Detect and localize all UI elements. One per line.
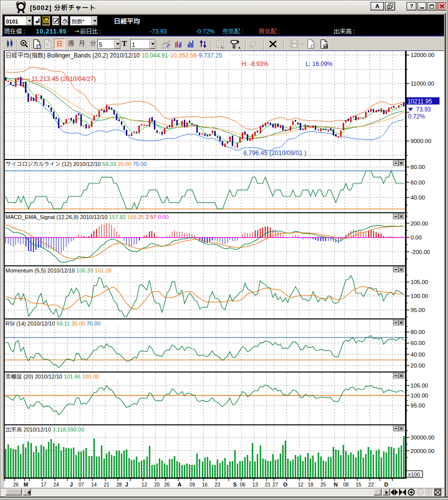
svg-text:14: 14 bbox=[91, 481, 97, 488]
svg-text:RSI (14) 2010/12/10 59.11 30.0: RSI (14) 2010/12/10 59.11 30.00 70.00 bbox=[5, 320, 100, 328]
svg-text:80.00: 80.00 bbox=[411, 328, 425, 336]
svg-text:J: J bbox=[70, 480, 73, 488]
svg-text:27: 27 bbox=[273, 481, 279, 488]
svg-text:B: B bbox=[46, 41, 49, 48]
svg-text:M: M bbox=[23, 480, 28, 488]
svg-text:15: 15 bbox=[356, 481, 362, 488]
svg-text:L: 16.09%: L: 16.09% bbox=[306, 60, 333, 68]
svg-text:22: 22 bbox=[368, 481, 374, 488]
svg-text:105.00: 105.00 bbox=[411, 278, 428, 286]
svg-text:28: 28 bbox=[116, 481, 122, 488]
svg-text:日経平均(指数) Bollinger_Bands (20,2: 日経平均(指数) Bollinger_Bands (20,2) 2010/12/… bbox=[5, 51, 222, 60]
svg-text:A: A bbox=[178, 480, 182, 488]
svg-text:20.00: 20.00 bbox=[411, 362, 425, 370]
svg-text:サイコロジカルライン (12) 2010/12/10 58.: サイコロジカルライン (12) 2010/12/10 58.33 25:00 7… bbox=[5, 160, 147, 168]
svg-text:25: 25 bbox=[321, 481, 327, 488]
svg-text:16: 16 bbox=[202, 481, 208, 488]
svg-text:←– 11,213.45 (2010/04/27): ←– 11,213.45 (2010/04/27) bbox=[20, 74, 96, 84]
svg-text:17: 17 bbox=[41, 481, 47, 488]
svg-text:08: 08 bbox=[343, 481, 349, 488]
svg-text:26: 26 bbox=[13, 481, 19, 488]
svg-text:95.00: 95.00 bbox=[411, 306, 425, 314]
svg-text:N: N bbox=[334, 480, 338, 488]
svg-text:S: S bbox=[233, 480, 237, 488]
svg-text:-200.00: -200.00 bbox=[411, 248, 430, 256]
svg-text:21: 21 bbox=[265, 481, 271, 488]
svg-text:13: 13 bbox=[252, 481, 258, 488]
svg-text:24: 24 bbox=[53, 481, 59, 488]
svg-text:0.00: 0.00 bbox=[411, 234, 422, 242]
svg-text:12: 12 bbox=[298, 481, 304, 488]
svg-text:0.72%: 0.72% bbox=[408, 112, 425, 121]
svg-text:200.00: 200.00 bbox=[411, 220, 428, 228]
svg-text:23: 23 bbox=[215, 481, 221, 488]
svg-text:09: 09 bbox=[189, 481, 195, 488]
svg-text:x100: x100 bbox=[408, 470, 420, 479]
svg-text:10211.95: 10211.95 bbox=[408, 97, 432, 106]
svg-text:9000.00: 9000.00 bbox=[411, 137, 432, 146]
svg-text:80.00: 80.00 bbox=[411, 163, 425, 172]
svg-text:O: O bbox=[283, 480, 288, 488]
svg-text:40.00: 40.00 bbox=[411, 350, 425, 359]
svg-text:07: 07 bbox=[78, 481, 84, 488]
svg-text:21: 21 bbox=[104, 481, 110, 488]
svg-text:60.00: 60.00 bbox=[411, 178, 425, 187]
svg-text:100.00: 100.00 bbox=[411, 292, 428, 300]
svg-text:P: P bbox=[324, 44, 327, 50]
svg-text:Momentum (5,5) 2010/12/10 100.: Momentum (5,5) 2010/12/10 100.33 101.28 bbox=[5, 266, 111, 275]
svg-text:MACD_EMA_Signal (12,26,9) 2010: MACD_EMA_Signal (12,26,9) 2010/12/10 157… bbox=[5, 213, 169, 222]
svg-text:8,796.45 (2010/09/01 ): 8,796.45 (2010/09/01 ) bbox=[243, 148, 307, 158]
svg-text:11000.00: 11000.00 bbox=[411, 80, 434, 88]
svg-text:D: D bbox=[384, 480, 388, 488]
svg-text:12000.00: 12000.00 bbox=[411, 51, 435, 60]
svg-text:105.00: 105.00 bbox=[411, 382, 428, 390]
svg-text:40.00: 40.00 bbox=[411, 194, 425, 202]
svg-text:20: 20 bbox=[154, 481, 160, 488]
svg-text:60.00: 60.00 bbox=[411, 339, 425, 348]
svg-text:100.00: 100.00 bbox=[411, 392, 428, 400]
svg-text:30000.00: 30000.00 bbox=[411, 434, 435, 442]
svg-text:出来高 2010/12/10 3,118,590.00: 出来高 2010/12/10 3,118,590.00 bbox=[5, 426, 84, 434]
svg-text:18: 18 bbox=[308, 481, 314, 488]
svg-text:95.00: 95.00 bbox=[411, 402, 425, 410]
svg-text:12: 12 bbox=[141, 481, 147, 488]
svg-text:乖離度 (20) 2010/12/10 101.66 100: 乖離度 (20) 2010/12/10 101.66 100.00 bbox=[5, 372, 99, 381]
svg-text:06: 06 bbox=[240, 481, 246, 488]
svg-text:26: 26 bbox=[164, 481, 170, 488]
svg-text:H: -8.93%: H: -8.93% bbox=[242, 60, 269, 68]
svg-text:20000.00: 20000.00 bbox=[411, 447, 435, 456]
svg-text:J: J bbox=[125, 480, 128, 488]
